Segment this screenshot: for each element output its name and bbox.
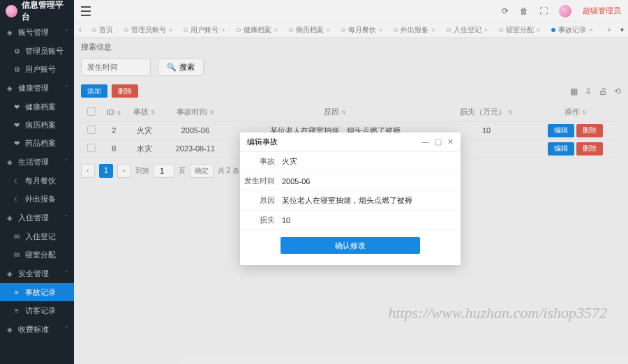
dialog-close-icon[interactable]: ✕ <box>447 137 454 146</box>
dialog-maximize-icon[interactable]: ▢ <box>435 137 442 146</box>
form-row: 原因某位老人在寝室抽烟，烟头点燃了被褥 <box>240 191 461 211</box>
form-row: 事故火灾 <box>240 152 461 172</box>
field-label: 事故 <box>240 156 282 167</box>
field-value[interactable]: 10 <box>282 212 461 229</box>
confirm-button[interactable]: 确认修改 <box>281 237 420 254</box>
field-value[interactable]: 2005-06 <box>282 173 461 190</box>
dialog-title: 编辑事故 <box>247 137 278 147</box>
form-row: 发生时间2005-06 <box>240 172 461 191</box>
field-value[interactable]: 火灾 <box>282 152 461 171</box>
dialog-minimize-icon[interactable]: — <box>421 137 429 146</box>
field-label: 发生时间 <box>240 176 282 186</box>
edit-dialog: 编辑事故 — ▢ ✕ 事故火灾发生时间2005-06原因某位老人在寝室抽烟，烟头… <box>240 132 461 265</box>
field-label: 原因 <box>240 195 282 206</box>
form-row: 损失10 <box>240 211 461 230</box>
field-label: 损失 <box>240 215 282 225</box>
field-value[interactable]: 某位老人在寝室抽烟，烟头点燃了被褥 <box>282 191 461 210</box>
